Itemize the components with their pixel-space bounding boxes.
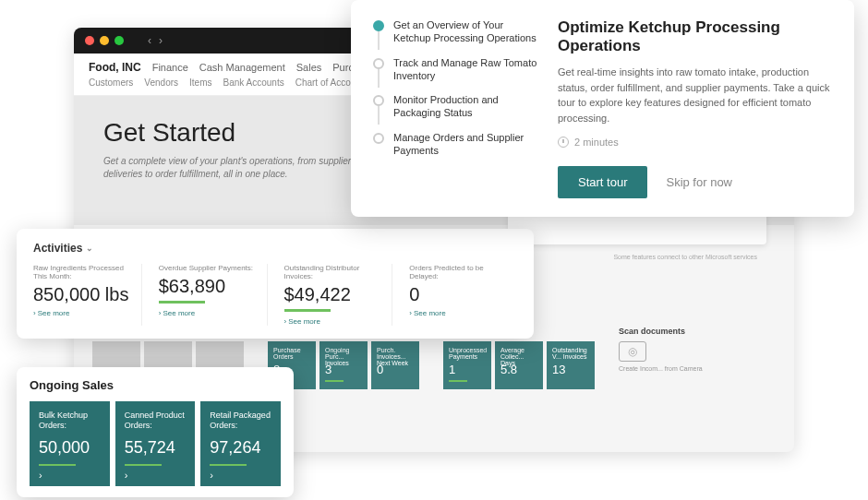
maximize-window-button[interactable]	[115, 36, 124, 45]
subnav-vendors[interactable]: Vendors	[144, 77, 178, 88]
back-icon[interactable]: ‹	[148, 34, 151, 47]
chevron-right-icon: ›	[210, 470, 213, 481]
chevron-right-icon: ›	[39, 470, 42, 481]
step-dot-icon	[373, 95, 384, 106]
progress-bar	[159, 301, 205, 304]
step-dot-icon	[373, 133, 384, 144]
tour-main-content: Optimize Ketchup Processing Operations G…	[558, 18, 832, 198]
tour-duration: 2 minutes	[558, 137, 832, 148]
see-more-link[interactable]: ›See more	[33, 309, 130, 317]
progress-bar	[125, 464, 162, 466]
progress-bar	[210, 464, 247, 466]
progress-bar	[39, 464, 76, 466]
tour-step-2[interactable]: Track and Manage Raw Tomato Inventory	[373, 56, 539, 90]
tour-overlay-card: Get an Overview of Your Ketchup Processi…	[351, 0, 854, 217]
activities-card: Activities ⌄ Raw Ingredients Processed T…	[17, 229, 534, 339]
nav-arrows: ‹ ›	[148, 34, 163, 47]
subnav-customers[interactable]: Customers	[89, 77, 133, 88]
see-more-link[interactable]: ›See more	[409, 309, 506, 317]
tour-steps-list: Get an Overview of Your Ketchup Processi…	[373, 18, 539, 198]
metric-outstanding-invoices: Outstanding Distributor Invoices: $49,42…	[284, 264, 393, 326]
chevron-down-icon: ⌄	[86, 244, 93, 253]
ongoing-sales-card: Ongoing Sales Bulk Ketchup Orders: 50,00…	[17, 367, 294, 497]
step-dot-active-icon	[373, 20, 384, 31]
app-title: Food, INC	[89, 61, 141, 74]
activities-header[interactable]: Activities ⌄	[33, 242, 517, 255]
sales-tile-retail[interactable]: Retail Packaged Orders: 97,264 ›	[200, 401, 281, 486]
progress-bar	[284, 309, 331, 312]
forward-icon[interactable]: ›	[159, 34, 163, 47]
payment-tile[interactable]: Outstanding V... Invoices13	[547, 341, 595, 389]
close-window-button[interactable]	[85, 36, 94, 45]
metric-raw-ingredients: Raw Ingredients Processed This Month: 85…	[33, 264, 142, 326]
purchase-tile[interactable]: Purch. Invoices... Next Week0	[371, 341, 419, 389]
mini-footer-text: Some features connect to other Microsoft…	[613, 254, 757, 260]
tour-description: Get real-time insights into raw tomato i…	[558, 65, 832, 125]
see-more-link[interactable]: ›See more	[159, 309, 256, 317]
subnav-items[interactable]: Items	[189, 77, 211, 88]
chevron-right-icon: ›	[125, 470, 128, 481]
clock-icon	[558, 137, 569, 148]
hero-subtitle: Get a complete view of your plant's oper…	[103, 155, 380, 181]
sales-tile-canned[interactable]: Canned Product Orders: 55,724 ›	[115, 401, 196, 486]
metric-delayed-orders: Orders Predicted to be Delayed: 0 ›See m…	[409, 264, 517, 326]
see-more-link[interactable]: ›See more	[284, 317, 381, 326]
payment-tile[interactable]: Unprocessed Payments1	[443, 341, 491, 389]
section-scan-title: Scan documents	[619, 327, 776, 336]
sales-card-title: Ongoing Sales	[30, 378, 281, 392]
tour-step-3[interactable]: Monitor Production and Packaging Status	[373, 93, 539, 127]
payment-tile[interactable]: Average Collec... Days5.8	[495, 341, 543, 389]
scan-subtext: Create Incom... from Camera	[619, 365, 776, 372]
skip-tour-link[interactable]: Skip for now	[666, 175, 732, 189]
subnav-bank[interactable]: Bank Accounts	[223, 77, 284, 88]
tour-step-4[interactable]: Manage Orders and Supplier Payments	[373, 131, 539, 165]
sales-tile-bulk[interactable]: Bulk Ketchup Orders: 50,000 ›	[30, 401, 110, 486]
camera-icon[interactable]: ◎	[619, 341, 646, 362]
nav-finance[interactable]: Finance	[152, 62, 188, 73]
tour-title: Optimize Ketchup Processing Operations	[558, 18, 832, 55]
nav-cash[interactable]: Cash Management	[199, 62, 285, 73]
step-dot-icon	[373, 58, 384, 69]
minimize-window-button[interactable]	[100, 36, 109, 45]
metric-overdue-payments: Overdue Supplier Payments: $63,890 ›See …	[159, 264, 268, 326]
start-tour-button[interactable]: Start tour	[558, 166, 647, 198]
purchase-tile[interactable]: Ongoing Purc... Invoices3	[319, 341, 368, 389]
nav-sales[interactable]: Sales	[296, 62, 322, 73]
tour-step-1[interactable]: Get an Overview of Your Ketchup Processi…	[373, 18, 539, 53]
